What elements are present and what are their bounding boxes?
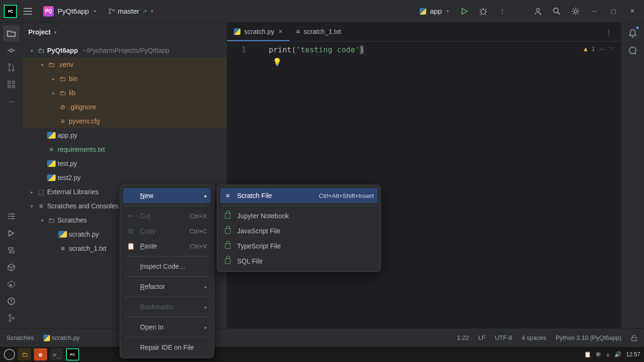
python-packages-icon[interactable]	[3, 259, 19, 275]
hamburger-menu-icon[interactable]	[20, 3, 36, 19]
text-file-icon: ≡	[296, 28, 300, 35]
svg-point-16	[9, 314, 11, 316]
pycharm-taskbar-icon[interactable]: PC	[66, 348, 79, 361]
shield-tray-icon[interactable]: ⛨	[596, 351, 602, 358]
right-tool-rail	[621, 23, 644, 343]
network-tray-icon[interactable]: ⏚	[606, 351, 610, 358]
menu-inspect-code[interactable]: Inspect Code…	[120, 259, 214, 274]
svg-point-2	[113, 9, 115, 11]
settings-icon[interactable]	[568, 3, 584, 19]
more-tools-icon[interactable]: ⋯	[3, 93, 19, 109]
pull-requests-icon[interactable]	[3, 59, 19, 75]
tree-project-root[interactable]: ▾🗀 PyQt6app ~/PycharmProjects/PyQt6app	[23, 43, 227, 58]
svg-point-6	[574, 10, 577, 13]
tree-folder-venv[interactable]: ▾🗀.venv	[23, 58, 227, 72]
branch-icon	[108, 8, 115, 15]
chevron-down-icon: ▾	[151, 8, 153, 14]
project-tool-icon[interactable]	[3, 25, 19, 41]
readonly-lock-icon[interactable]	[631, 335, 637, 341]
prev-highlight-icon[interactable]: ︿	[599, 44, 605, 53]
panel-title: Project	[28, 28, 50, 36]
terminal-icon[interactable]: >_	[50, 348, 63, 361]
tree-file-pyvenv[interactable]: ≡pyvenv.cfg	[23, 114, 227, 128]
volume-tray-icon[interactable]: 🔊	[614, 351, 621, 358]
tree-file-test2-py[interactable]: test2.py	[23, 171, 227, 185]
maximize-window-icon[interactable]: ▢	[605, 3, 621, 19]
close-window-icon[interactable]: ✕	[624, 3, 640, 19]
menu-open-in[interactable]: Open In▸	[120, 320, 214, 335]
interpreter[interactable]: Python 3.10 (PyQt6app)	[556, 334, 621, 341]
chevron-down-icon[interactable]: ▾	[54, 30, 57, 35]
tree-file-test-py[interactable]: test.py	[23, 156, 227, 171]
svg-point-0	[109, 8, 111, 10]
notifications-icon[interactable]	[625, 25, 641, 41]
next-highlight-icon[interactable]: ﹀	[609, 44, 615, 53]
clock[interactable]: 12:57	[626, 351, 640, 358]
run-button[interactable]	[456, 3, 472, 19]
start-menu-icon[interactable]	[4, 349, 15, 360]
pycharm-app-icon: PC	[4, 5, 17, 18]
menu-typescript-file[interactable]: TypeScript File	[217, 239, 380, 254]
svg-point-9	[8, 69, 10, 71]
run-tool-icon[interactable]	[3, 225, 19, 241]
run-config-selector[interactable]: app ▾	[415, 5, 454, 17]
project-name: PyQt6app	[58, 7, 89, 15]
lightbulb-icon[interactable]: 💡	[272, 58, 282, 66]
commit-tool-icon[interactable]	[3, 42, 19, 58]
menu-new[interactable]: New▸	[123, 188, 211, 203]
debug-button[interactable]	[475, 3, 491, 19]
svg-rect-12	[12, 81, 15, 83]
tab-more-icon[interactable]: ⋮	[601, 24, 617, 40]
tree-file-requirements[interactable]: ≡requirements.txt	[23, 142, 227, 156]
python-icon	[234, 28, 240, 35]
close-tab-icon[interactable]: ✕	[278, 28, 283, 35]
vcs-tool-icon[interactable]	[3, 310, 19, 326]
editor-tabs: scratch.py ✕ ≡ scratch_1.txt ⋮	[227, 23, 621, 41]
push-arrow-icon: ↗	[142, 8, 147, 15]
tree-file-app-py[interactable]: app.py	[23, 128, 227, 142]
tab-label: scratch.py	[244, 28, 274, 35]
menu-paste[interactable]: 📋PasteCtrl+V	[120, 239, 214, 254]
menu-jupyter-notebook[interactable]: Jupyter Notebook	[217, 208, 380, 223]
firefox-icon[interactable]: ⌾	[34, 348, 47, 361]
indent-config[interactable]: 4 spaces	[521, 334, 546, 341]
branch-name: master	[118, 7, 140, 15]
svg-rect-11	[8, 81, 10, 83]
more-actions-icon[interactable]: ⋮	[494, 3, 510, 19]
python-console-icon[interactable]	[3, 242, 19, 258]
line-separator[interactable]: LF	[478, 334, 485, 341]
file-manager-icon[interactable]: 🗀	[18, 348, 31, 361]
menu-cut: ✂CutCtrl+X	[120, 208, 214, 223]
clipboard-tray-icon[interactable]: 📋	[584, 351, 591, 358]
breadcrumb[interactable]: Scratches 〉 scratch.py	[7, 334, 80, 342]
services-tool-icon[interactable]	[3, 276, 19, 292]
project-selector[interactable]: PQ PyQt6app ▾	[39, 4, 101, 18]
menu-scratch-file[interactable]: ≡Scratch FileCtrl+Alt+Shift+Insert	[220, 188, 378, 203]
ai-assistant-icon[interactable]	[625, 42, 641, 58]
caret-position[interactable]: 1:22	[457, 334, 469, 341]
project-badge-icon: PQ	[43, 6, 54, 16]
system-tray[interactable]: 📋 ⛨ ⏚ 🔊 12:57	[584, 351, 640, 358]
problems-tool-icon[interactable]	[3, 293, 19, 309]
tab-scratch-py[interactable]: scratch.py ✕	[227, 23, 289, 41]
tab-scratch-txt[interactable]: ≡ scratch_1.txt	[289, 23, 348, 41]
search-icon[interactable]	[549, 3, 565, 19]
menu-sql-file[interactable]: SQL File	[217, 254, 380, 269]
minimize-window-icon[interactable]: ─	[586, 3, 603, 19]
code-with-me-icon[interactable]	[530, 3, 546, 19]
svg-point-1	[109, 12, 111, 14]
context-menu: New▸ ✂CutCtrl+X ⧉CopyCtrl+C 📋PasteCtrl+V…	[120, 185, 214, 358]
structure-tool-icon[interactable]	[3, 76, 19, 92]
svg-point-17	[9, 320, 11, 322]
menu-refactor[interactable]: Refactor▸	[120, 279, 214, 294]
branch-selector[interactable]: master ↗ ▾	[104, 5, 158, 17]
menu-repair-ide[interactable]: Repair IDE on File	[120, 340, 214, 355]
chevron-down-icon: ▾	[446, 8, 449, 14]
menu-javascript-file[interactable]: JavaScript File	[217, 223, 380, 239]
tree-file-gitignore[interactable]: ⊘.gitignore	[23, 100, 227, 114]
tree-folder-bin[interactable]: ▸🗀bin	[23, 72, 227, 86]
file-encoding[interactable]: UTF-8	[495, 334, 512, 341]
todo-tool-icon[interactable]	[3, 208, 19, 224]
warning-icon[interactable]: ▲	[584, 45, 587, 52]
tree-folder-lib[interactable]: ▸🗀lib	[23, 86, 227, 100]
